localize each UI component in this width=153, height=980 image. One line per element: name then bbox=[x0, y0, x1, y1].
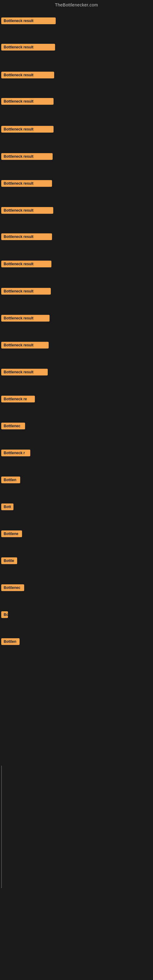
bottleneck-badge-9[interactable]: Bottleneck result bbox=[1, 233, 52, 240]
bottleneck-badge-10[interactable]: Bottleneck result bbox=[1, 261, 51, 267]
badge-row-13: Bottleneck result bbox=[1, 342, 49, 350]
badge-row-24: Bottlen bbox=[1, 638, 19, 646]
badge-row-19: Bott bbox=[1, 503, 13, 511]
badge-row-18: Bottlen bbox=[1, 477, 20, 485]
badge-row-20: Bottlene bbox=[1, 530, 22, 538]
badge-row-1: Bottleneck result bbox=[1, 18, 56, 25]
badge-row-22: Bottlenec bbox=[1, 584, 24, 592]
badge-row-10: Bottleneck result bbox=[1, 261, 51, 269]
badge-row-16: Bottlenec bbox=[1, 423, 25, 431]
bottleneck-badge-17[interactable]: Bottleneck r bbox=[1, 450, 30, 456]
badge-row-8: Bottleneck result bbox=[1, 207, 53, 215]
badge-row-21: Bottle bbox=[1, 557, 17, 565]
badge-row-11: Bottleneck result bbox=[1, 288, 51, 296]
bottleneck-badge-3[interactable]: Bottleneck result bbox=[1, 72, 54, 78]
badge-row-12: Bottleneck result bbox=[1, 315, 49, 323]
bottleneck-badge-6[interactable]: Bottleneck result bbox=[1, 153, 53, 160]
bottleneck-badge-18[interactable]: Bottlen bbox=[1, 477, 20, 483]
bottleneck-badge-12[interactable]: Bottleneck result bbox=[1, 315, 49, 321]
site-title: TheBottlenecker.com bbox=[0, 0, 153, 9]
bottleneck-badge-24[interactable]: Bottlen bbox=[1, 638, 19, 645]
bottleneck-badge-4[interactable]: Bottleneck result bbox=[1, 98, 54, 105]
bottleneck-badge-23[interactable]: Bo bbox=[1, 611, 8, 618]
badge-row-6: Bottleneck result bbox=[1, 153, 53, 161]
badge-row-17: Bottleneck r bbox=[1, 450, 30, 458]
bottleneck-badge-2[interactable]: Bottleneck result bbox=[1, 44, 55, 51]
badge-row-23: Bo bbox=[1, 611, 8, 619]
bottleneck-badge-13[interactable]: Bottleneck result bbox=[1, 342, 49, 348]
badge-row-4: Bottleneck result bbox=[1, 98, 54, 106]
bottleneck-badge-14[interactable]: Bottleneck result bbox=[1, 369, 48, 375]
badge-row-3: Bottleneck result bbox=[1, 72, 54, 80]
site-header: TheBottlenecker.com bbox=[0, 0, 153, 9]
bottleneck-badge-11[interactable]: Bottleneck result bbox=[1, 288, 51, 294]
badge-row-14: Bottleneck result bbox=[1, 369, 48, 377]
badge-row-9: Bottleneck result bbox=[1, 233, 52, 241]
bottleneck-badge-22[interactable]: Bottlenec bbox=[1, 584, 24, 591]
bottleneck-badge-5[interactable]: Bottleneck result bbox=[1, 126, 54, 133]
bottleneck-badge-21[interactable]: Bottle bbox=[1, 557, 17, 564]
badge-row-5: Bottleneck result bbox=[1, 126, 54, 134]
bottleneck-badge-15[interactable]: Bottleneck re bbox=[1, 396, 35, 402]
bottleneck-badge-8[interactable]: Bottleneck result bbox=[1, 207, 53, 214]
badge-row-7: Bottleneck result bbox=[1, 180, 52, 188]
badge-row-2: Bottleneck result bbox=[1, 44, 55, 52]
bottleneck-badge-20[interactable]: Bottlene bbox=[1, 530, 22, 537]
badge-row-15: Bottleneck re bbox=[1, 396, 35, 404]
vertical-line bbox=[1, 766, 2, 888]
bottleneck-badge-1[interactable]: Bottleneck result bbox=[1, 18, 56, 24]
bottleneck-badge-16[interactable]: Bottlenec bbox=[1, 423, 25, 430]
bottleneck-badge-7[interactable]: Bottleneck result bbox=[1, 180, 52, 187]
bottleneck-badge-19[interactable]: Bott bbox=[1, 503, 13, 510]
